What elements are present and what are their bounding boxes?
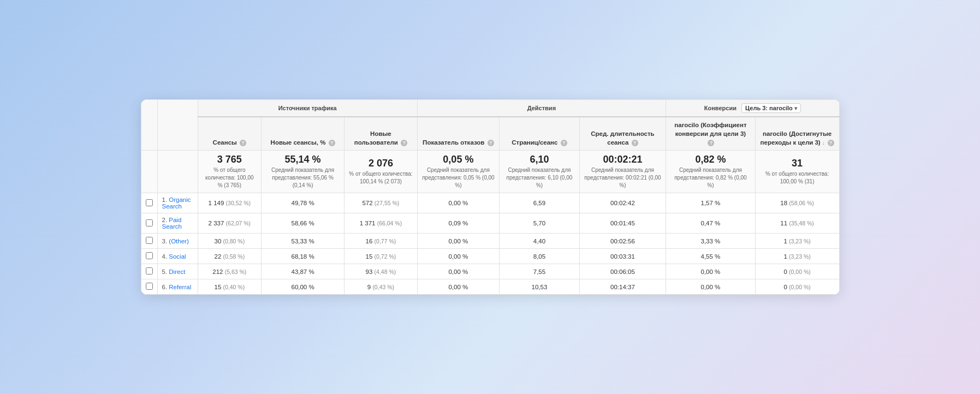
new-sessions-value: 49,78 % — [291, 200, 314, 206]
new-users-help-icon[interactable]: ? — [401, 140, 407, 146]
bounce-rate-cell: 0,09 % — [417, 213, 499, 234]
table-row: 1. Organic Search1 149 (30,52 %)49,78 %5… — [141, 193, 839, 213]
traffic-sources-group-header: Источники трафика — [198, 99, 417, 117]
narocilo-rate-cell: 0,00 % — [666, 264, 756, 279]
new-sessions-value: 60,00 % — [291, 284, 314, 290]
bounce-rate-value: 0,00 % — [448, 284, 468, 290]
new-users-value: 16 — [366, 238, 373, 244]
row-checkbox[interactable] — [146, 219, 153, 226]
narocilo-rate-cell: 4,55 % — [666, 249, 756, 264]
row-checkbox-cell — [141, 213, 157, 234]
summary-duration-cell: 00:02:21 Средний показатель для представ… — [579, 151, 666, 193]
sessions-value: 15 — [215, 284, 222, 290]
duration-col-header: Сред. длительность сеанса ? — [579, 117, 666, 151]
new-users-pct: (0,72 %) — [375, 253, 396, 260]
sessions-value: 30 — [215, 238, 222, 244]
row-checkbox[interactable] — [146, 283, 153, 290]
duration-cell: 00:02:42 — [579, 193, 666, 213]
narocilo-count-cell: 1 (3,23 %) — [755, 234, 839, 249]
sessions-pct: (0,58 %) — [223, 253, 245, 260]
summary-channel-cell — [157, 151, 198, 193]
header-checkbox-spacer — [141, 99, 157, 150]
new-users-cell: 9 (0,43 %) — [345, 279, 418, 295]
narocilo-count-help-icon[interactable]: ? — [828, 140, 834, 146]
bounce-rate-cell: 0,00 % — [417, 234, 499, 249]
row-checkbox[interactable] — [146, 252, 153, 259]
duration-value: 00:02:56 — [610, 238, 635, 244]
channel-link[interactable]: Social — [169, 253, 186, 260]
pages-value: 7,55 — [533, 268, 545, 275]
new-users-cell: 1 371 (66,04 %) — [345, 213, 418, 234]
sessions-help-icon[interactable]: ? — [240, 140, 246, 146]
narocilo-count-pct: (0,00 %) — [789, 284, 811, 290]
channel-link[interactable]: Referral — [169, 284, 191, 290]
bounce-rate-value: 0,00 % — [448, 238, 468, 244]
new-users-value: 1 371 — [360, 220, 376, 226]
sessions-cell: 22 (0,58 %) — [198, 249, 261, 264]
new-users-pct: (27,55 %) — [375, 200, 400, 206]
narocilo-count-pct: (0,00 %) — [789, 268, 811, 275]
row-checkbox-cell — [141, 193, 157, 213]
new-sessions-cell: 53,33 % — [262, 234, 345, 249]
new-users-pct: (0,43 %) — [372, 284, 394, 290]
summary-new-sessions-cell: 55,14 % Средний показатель для представл… — [262, 151, 345, 193]
narocilo-count-value: 18 — [780, 200, 787, 206]
new-sessions-col-header: Новые сеансы, % ? — [262, 117, 345, 151]
narocilo-rate-value: 0,47 % — [701, 220, 721, 226]
row-checkbox[interactable] — [146, 199, 153, 206]
duration-value: 00:01:45 — [610, 220, 635, 226]
pages-cell: 6,59 — [500, 193, 580, 213]
new-sessions-value: 53,33 % — [291, 238, 314, 244]
summary-pages-cell: 6,10 Средний показатель для представлени… — [500, 151, 580, 193]
new-users-cell: 15 (0,72 %) — [345, 249, 418, 264]
new-users-pct: (4,48 %) — [375, 268, 396, 275]
narocilo-rate-cell: 3,33 % — [666, 234, 756, 249]
summary-sessions-cell: 3 765 % от общего количества: 100,00 % (… — [198, 151, 261, 193]
narocilo-count-pct: (58,06 %) — [789, 200, 814, 206]
duration-value: 00:06:05 — [610, 268, 635, 275]
bounce-rate-cell: 0,00 % — [417, 249, 499, 264]
sessions-value: 1 149 — [209, 200, 224, 206]
pages-help-icon[interactable]: ? — [561, 140, 567, 146]
new-sessions-cell: 49,78 % — [262, 193, 345, 213]
narocilo-count-cell: 11 (35,48 %) — [755, 213, 839, 234]
channel-link[interactable]: Direct — [169, 268, 185, 275]
narocilo-count-pct: (35,48 %) — [789, 220, 814, 226]
sessions-col-header: Сеансы ? — [198, 117, 261, 151]
channel-cell: 2. Paid Search — [157, 213, 198, 234]
narocilo-rate-help-icon[interactable]: ? — [708, 140, 714, 146]
new-sessions-cell: 68,18 % — [262, 249, 345, 264]
row-checkbox-cell — [141, 264, 157, 279]
bounce-rate-help-icon[interactable]: ? — [488, 140, 494, 146]
bounce-rate-cell: 0,00 % — [417, 193, 499, 213]
table-row: 2. Paid Search2 337 (62,07 %)58,66 %1 37… — [141, 213, 839, 234]
narocilo-count-value: 0 — [783, 268, 787, 275]
bounce-rate-value: 0,00 % — [448, 253, 468, 260]
narocilo-rate-cell: 0,00 % — [666, 279, 756, 295]
goal-dropdown[interactable]: Цель 3: narocilo ▾ — [741, 103, 801, 113]
row-checkbox[interactable] — [146, 267, 153, 274]
pages-cell: 4,40 — [500, 234, 580, 249]
new-sessions-cell: 43,87 % — [262, 264, 345, 279]
new-sessions-help-icon[interactable]: ? — [329, 140, 335, 146]
row-checkbox[interactable] — [146, 237, 153, 244]
narocilo-rate-value: 3,33 % — [701, 238, 721, 244]
channel-link[interactable]: (Other) — [169, 238, 188, 244]
row-number: 6. — [162, 284, 168, 290]
bounce-rate-value: 0,00 % — [448, 200, 468, 206]
channel-cell: 6. Referral — [157, 279, 198, 295]
pages-value: 6,59 — [533, 200, 545, 206]
row-number: 4. — [162, 253, 168, 260]
analytics-table-container: Источники трафика Действия Конверсии Цел… — [141, 99, 840, 295]
row-number: 2. — [162, 217, 168, 223]
bounce-rate-cell: 0,00 % — [417, 264, 499, 279]
narocilo-count-value: 0 — [783, 284, 787, 290]
sessions-value: 212 — [212, 268, 223, 275]
duration-help-icon[interactable]: ? — [632, 140, 638, 146]
pages-value: 8,05 — [533, 253, 545, 260]
channel-cell: 5. Direct — [157, 264, 198, 279]
pages-cell: 5,70 — [500, 213, 580, 234]
narocilo-count-sort-icon: ↓ — [822, 140, 825, 147]
analytics-table: Источники трафика Действия Конверсии Цел… — [141, 99, 840, 295]
new-sessions-cell: 58,66 % — [262, 213, 345, 234]
